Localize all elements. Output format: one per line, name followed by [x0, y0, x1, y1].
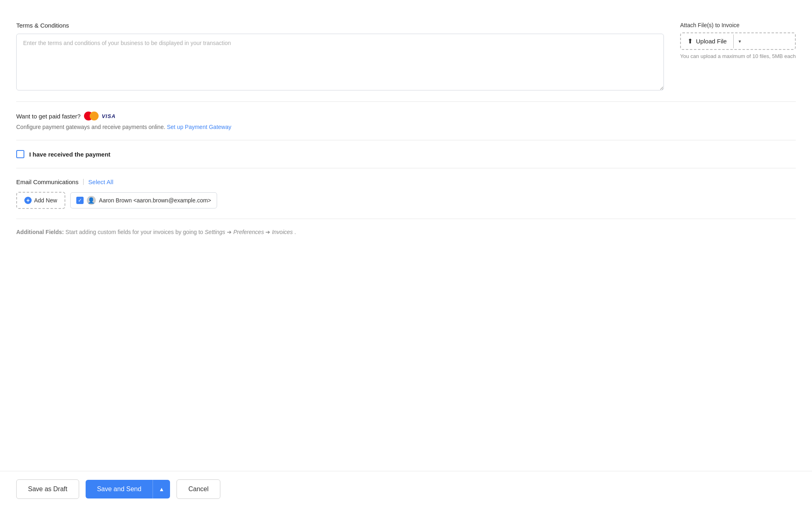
mastercard-icon	[84, 112, 99, 120]
mastercard-circle-orange	[90, 112, 99, 120]
upload-file-label: Upload File	[696, 38, 727, 45]
email-section-title: Email Communications	[16, 178, 78, 185]
add-new-chip[interactable]: + Add New	[16, 192, 65, 209]
upload-hint: You can upload a maximum of 10 files, 5M…	[680, 53, 796, 59]
terms-row: Terms & Conditions Attach File(s) to Inv…	[16, 22, 796, 92]
additional-settings: Settings	[205, 229, 226, 235]
terms-textarea-wrap: Terms & Conditions	[16, 22, 664, 92]
additional-preferences: Preferences	[233, 229, 264, 235]
contact-chip-checkbox[interactable]: ✓	[76, 197, 84, 204]
save-and-send-group: Save and Send ▲	[86, 480, 170, 498]
terms-label: Terms & Conditions	[16, 22, 664, 29]
section-divider: |	[82, 178, 84, 185]
save-as-draft-button[interactable]: Save as Draft	[16, 479, 79, 499]
upload-file-button[interactable]: ⬆ Upload File ▾	[680, 32, 796, 50]
upload-chevron-button[interactable]: ▾	[733, 34, 746, 48]
additional-invoices: Invoices	[272, 229, 293, 235]
payment-subtitle-text: Configure payment gateways and receive p…	[16, 124, 165, 130]
attach-files-panel: Attach File(s) to Invoice ⬆ Upload File …	[680, 22, 796, 59]
email-section: Email Communications | Select All + Add …	[16, 168, 796, 219]
email-chips-row: + Add New ✓ 👤 Aaron Brown <aaron.brown@e…	[16, 192, 796, 209]
payment-title: Want to get paid faster?	[16, 113, 81, 120]
select-all-link[interactable]: Select All	[88, 178, 114, 185]
payment-gateway-link[interactable]: Set up Payment Gateway	[167, 124, 231, 130]
contact-email-text: Aaron Brown <aaron.brown@example.com>	[99, 197, 211, 204]
save-and-send-button[interactable]: Save and Send	[86, 480, 153, 498]
payment-subtitle: Configure payment gateways and receive p…	[16, 124, 796, 130]
additional-text-main: Start adding custom fields for your invo…	[65, 229, 205, 235]
additional-bold: Additional Fields:	[16, 229, 64, 235]
payment-title-row: Want to get paid faster? VISA	[16, 112, 796, 120]
main-content: Terms & Conditions Attach File(s) to Inv…	[0, 0, 812, 471]
additional-arrow1: ➔	[227, 229, 232, 235]
page-wrapper: Terms & Conditions Attach File(s) to Inv…	[0, 0, 812, 507]
additional-period: .	[294, 229, 296, 235]
check-icon: ✓	[78, 198, 82, 203]
visa-icon: VISA	[102, 113, 116, 119]
contact-chip[interactable]: ✓ 👤 Aaron Brown <aaron.brown@example.com…	[70, 192, 217, 208]
avatar: 👤	[87, 196, 96, 205]
attach-files-title: Attach File(s) to Invoice	[680, 22, 796, 28]
email-header-row: Email Communications | Select All	[16, 178, 796, 185]
save-and-send-chevron[interactable]: ▲	[153, 480, 170, 498]
payment-section: Want to get paid faster? VISA Configure …	[16, 102, 796, 140]
footer-bar: Save as Draft Save and Send ▲ Cancel	[0, 471, 812, 507]
payment-received-section: I have received the payment	[16, 140, 796, 168]
cancel-button[interactable]: Cancel	[177, 479, 220, 499]
payment-received-row: I have received the payment	[16, 150, 796, 158]
additional-arrow2: ➔	[265, 229, 270, 235]
payment-received-label: I have received the payment	[29, 151, 110, 158]
terms-textarea[interactable]	[16, 34, 664, 90]
payment-received-checkbox[interactable]	[16, 150, 24, 158]
add-icon: +	[24, 197, 32, 204]
add-new-label: Add New	[34, 197, 57, 204]
avatar-icon: 👤	[88, 197, 95, 204]
upload-file-main[interactable]: ⬆ Upload File	[681, 33, 733, 49]
upload-icon: ⬆	[687, 37, 693, 45]
additional-fields-text: Additional Fields: Start adding custom f…	[16, 229, 796, 235]
terms-section: Terms & Conditions Attach File(s) to Inv…	[16, 12, 796, 102]
additional-section: Additional Fields: Start adding custom f…	[16, 219, 796, 245]
